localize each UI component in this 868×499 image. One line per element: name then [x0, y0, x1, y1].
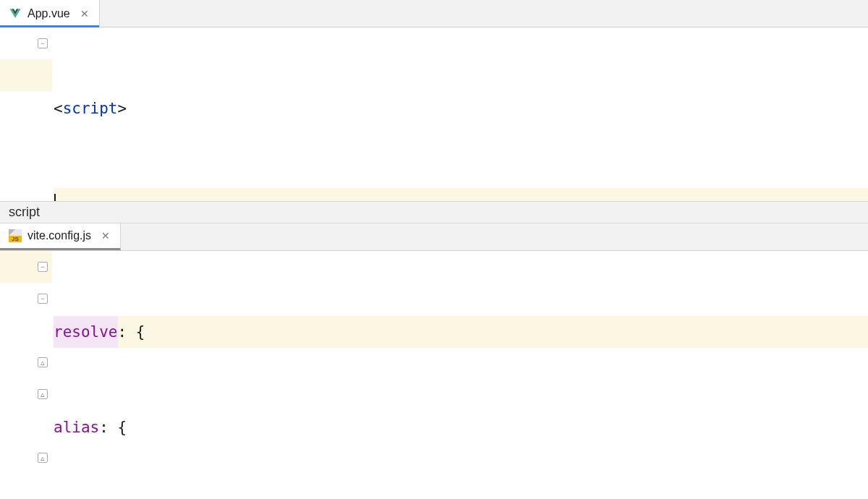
svg-text:JS: JS — [12, 236, 19, 242]
fold-marker[interactable]: ▵ — [0, 442, 52, 474]
tab-vite-config[interactable]: JS vite.config.js ✕ — [0, 223, 121, 250]
gutter: − — [0, 27, 52, 201]
gutter: − − ▵ ▵ ▵ — [0, 251, 52, 499]
fold-marker[interactable]: ▵ — [0, 378, 52, 410]
code-area[interactable]: <script> — [52, 27, 868, 201]
editor-body[interactable]: − − ▵ ▵ ▵ resolve: { alias: { "@lala": f… — [0, 251, 868, 499]
bottom-editor-body: − − ▵ ▵ ▵ resolve: { alias: { "@lala": f… — [0, 251, 868, 499]
fold-marker[interactable]: − — [0, 27, 52, 59]
code-line: <script> — [54, 93, 868, 124]
fold-marker[interactable]: − — [0, 283, 52, 315]
top-editor-body: − <script> — [0, 27, 868, 201]
code-line: resolve: { — [54, 316, 868, 348]
top-editor-pane: App.vue ✕ − <script> — [0, 0, 868, 201]
tab-label: App.vue — [27, 7, 70, 20]
ide-root: App.vue ✕ − <script> script — [0, 0, 868, 499]
bottom-editor-pane: JS vite.config.js ✕ − − ▵ ▵ ▵ — [0, 223, 868, 499]
breadcrumb[interactable]: script — [0, 201, 868, 223]
bottom-tab-bar: JS vite.config.js ✕ — [0, 223, 868, 251]
vue-file-icon — [9, 7, 22, 20]
fold-marker[interactable]: ▵ — [0, 346, 52, 378]
code-area[interactable]: resolve: { alias: { "@lala": fileURLToPa… — [52, 251, 868, 499]
code-line: alias: { — [54, 411, 868, 443]
close-icon[interactable]: ✕ — [98, 229, 113, 243]
tab-label: vite.config.js — [27, 229, 91, 242]
editor-body[interactable]: − <script> — [0, 27, 868, 201]
fold-marker[interactable]: − — [0, 251, 52, 283]
js-file-icon: JS — [9, 229, 22, 242]
tab-app-vue[interactable]: App.vue ✕ — [0, 0, 100, 27]
text-cursor — [54, 194, 56, 201]
top-tab-bar: App.vue ✕ — [0, 0, 868, 27]
close-icon[interactable]: ✕ — [77, 7, 92, 21]
code-line-active — [54, 188, 868, 201]
breadcrumb-item: script — [9, 205, 40, 220]
